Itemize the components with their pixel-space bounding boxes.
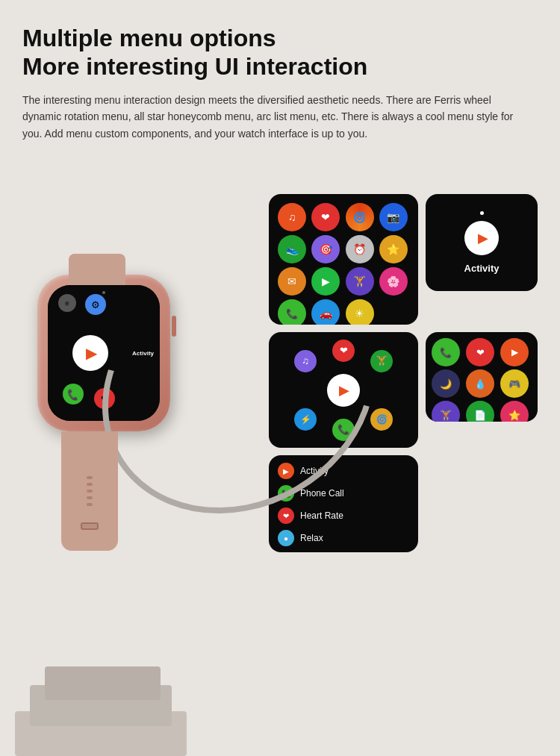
hc-icon-music: ♫ xyxy=(278,203,306,231)
hc-icon-play-hc: ▶ xyxy=(311,267,340,296)
panel-activity-label: ▶ Activity xyxy=(426,194,538,291)
watch-icon-play-large: ▶ xyxy=(72,335,108,371)
description-text: The interesting menu interaction design … xyxy=(22,92,530,142)
band-hole-5 xyxy=(87,503,93,506)
mini-icon-phone: 📞 xyxy=(432,338,460,366)
watch-icon-settings: ≡ xyxy=(58,294,76,312)
header-section: Multiple menu options More interesting U… xyxy=(0,0,560,154)
band-hole-4 xyxy=(87,496,93,499)
panel-arc-list: ▶ Activity 📞 Phone Call ❤ xyxy=(269,455,418,552)
band-hole-3 xyxy=(87,490,93,493)
arc-list-item-relax: ● Relax xyxy=(278,530,409,546)
hc-icon-spiral: 🌀 xyxy=(346,203,374,231)
page: Multiple menu options More interesting U… xyxy=(0,0,560,756)
watch-band-top xyxy=(69,254,125,285)
watch-icon-gear: ⚙ xyxy=(85,294,106,315)
hc-icon-car: 🚗 xyxy=(311,299,340,325)
watch-dot xyxy=(102,291,105,294)
ferris-center-play: ▶ xyxy=(327,374,360,407)
activity-play-btn: ▶ xyxy=(464,221,499,255)
hc-icon-target: 🎯 xyxy=(311,235,340,263)
watch-screen-content: ⚙ ≡ ▶ Activity � xyxy=(48,285,160,421)
band-buckle xyxy=(81,522,99,530)
hc-icon-clock: ⏰ xyxy=(346,235,374,263)
arc-list-item-heartrate: ❤ Heart Rate xyxy=(278,507,409,524)
panel-ferris: ▶ ❤ 🏋 🌀 📞 ⚡ ♫ xyxy=(269,332,418,448)
watch-band-holes-container xyxy=(87,476,93,506)
ferris-icon-3: 🌀 xyxy=(370,408,393,431)
mini-icon-moon: 🌙 xyxy=(432,369,460,398)
ferris-icon-5: ⚡ xyxy=(294,408,317,431)
hc-icon-message: ✉ xyxy=(278,267,306,296)
watch-band-bottom xyxy=(61,431,118,551)
ferris-icon-1: ❤ xyxy=(332,340,355,362)
title-line1: Multiple menu options xyxy=(22,25,276,51)
panel-row-1: ♫ ❤ 🌀 📷 👟 🎯 ⏰ ⭐ ✉ ▶ 🏋 🌸 xyxy=(269,194,553,325)
arc-label-heart: Heart Rate xyxy=(300,510,343,521)
band-hole-1 xyxy=(87,476,93,479)
hc-icon-camera: 📷 xyxy=(379,203,408,231)
arc-list-item-phonecall: 📞 Phone Call xyxy=(278,485,409,502)
panel-row-2: ▶ ❤ 🏋 🌀 📞 ⚡ ♫ xyxy=(269,332,553,448)
watch-body: ⚙ ≡ ▶ Activity � xyxy=(37,275,170,431)
arc-icon-relax: ● xyxy=(278,530,294,546)
band-hole-2 xyxy=(87,483,93,486)
mini-icon-game: 🎮 xyxy=(500,369,529,398)
hc-icon-phone-hc: 📞 xyxy=(278,299,306,325)
panel-row-3: ▶ Activity 📞 Phone Call ❤ xyxy=(269,455,553,552)
hc-spacer xyxy=(379,299,408,325)
arc-label-relax: Relax xyxy=(300,533,323,543)
hc-icon-heart: ❤ xyxy=(311,203,340,231)
ferris-icon-2: 🏋 xyxy=(370,350,393,372)
watch-icon-phone: 📞 xyxy=(63,384,84,404)
mini-icon-dumbbell2: 🏋 xyxy=(432,401,460,422)
watch: ⚙ ≡ ▶ Activity � xyxy=(22,254,231,537)
ui-panels-container: ♫ ❤ 🌀 📷 👟 🎯 ⏰ ⭐ ✉ ▶ 🏋 🌸 xyxy=(269,194,553,552)
hc-icon-sun: ☀ xyxy=(346,299,374,325)
panel-small-grid: 📞 ❤ ▶ 🌙 💧 🎮 🏋 📄 ⭐ xyxy=(426,332,538,422)
activity-panel-title: Activity xyxy=(464,263,500,274)
mini-icon-droplet: 💧 xyxy=(466,369,494,398)
ferris-container: ▶ ❤ 🏋 🌀 📞 ⚡ ♫ xyxy=(275,338,412,442)
arc-list-item-activity: ▶ Activity xyxy=(278,463,409,479)
mini-icon-doc: 📄 xyxy=(466,401,494,422)
arc-icon-heart: ❤ xyxy=(278,507,294,524)
activity-dot xyxy=(480,211,484,215)
arc-label-activity: Activity xyxy=(300,466,329,476)
title-line2: More interesting UI interaction xyxy=(22,53,367,80)
arc-label-phone: Phone Call xyxy=(300,488,344,499)
panel-honeycomb: ♫ ❤ 🌀 📷 👟 🎯 ⏰ ⭐ ✉ ▶ 🏋 🌸 xyxy=(269,194,418,325)
hc-icon-flower: 🌸 xyxy=(379,267,408,296)
watch-screen: ⚙ ≡ ▶ Activity � xyxy=(48,285,160,421)
pedestal xyxy=(15,629,187,756)
ferris-icon-6: ♫ xyxy=(294,350,317,372)
hc-icon-steps: 👟 xyxy=(278,235,306,263)
hc-icon-star: ⭐ xyxy=(379,235,408,263)
mini-icon-extra: ⭐ xyxy=(500,401,529,422)
mini-grid: 📞 ❤ ▶ 🌙 💧 🎮 🏋 📄 ⭐ xyxy=(430,337,533,422)
watch-icon-heart: ❤ xyxy=(94,388,115,409)
arc-icon-phone: 📞 xyxy=(278,485,294,502)
main-title: Multiple menu options More interesting U… xyxy=(22,24,538,81)
mini-icon-play2: ▶ xyxy=(500,338,529,366)
watch-activity-label: Activity xyxy=(132,350,154,357)
mini-icon-heart2: ❤ xyxy=(466,338,494,366)
ferris-ring: ▶ ❤ 🏋 🌀 📞 ⚡ ♫ xyxy=(291,338,396,443)
watch-side-button xyxy=(172,316,176,337)
honeycomb-grid: ♫ ❤ 🌀 📷 👟 🎯 ⏰ ⭐ ✉ ▶ 🏋 🌸 xyxy=(275,200,412,325)
arc-icon-activity: ▶ xyxy=(278,463,294,479)
bottom-visual-section: ⚙ ≡ ▶ Activity � xyxy=(0,194,560,756)
hc-icon-dumbbell: 🏋 xyxy=(346,267,374,296)
ferris-icon-4: 📞 xyxy=(332,419,355,441)
stair-step-3 xyxy=(45,666,161,700)
